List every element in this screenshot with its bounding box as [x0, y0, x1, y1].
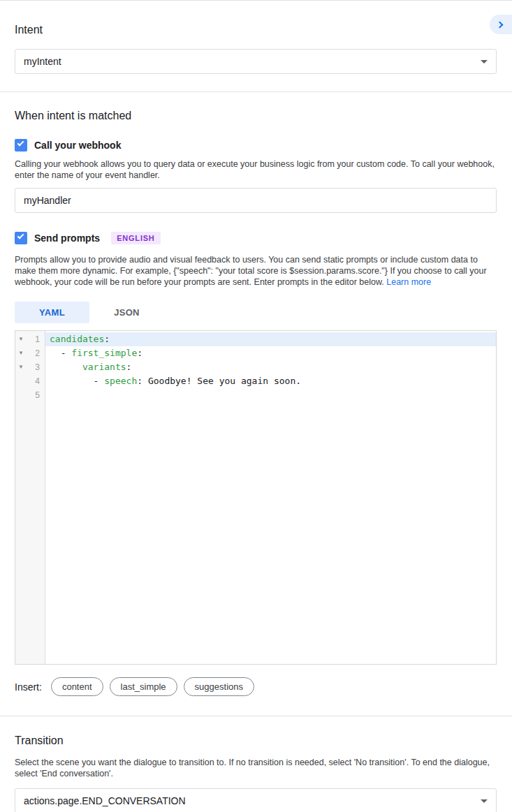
- transition-title: Transition: [15, 716, 497, 747]
- insert-pill-content[interactable]: content: [51, 677, 103, 696]
- yaml-token-key: candidates: [50, 334, 104, 344]
- webhook-checkbox[interactable]: [15, 139, 27, 152]
- tab-json[interactable]: JSON: [89, 302, 164, 323]
- intent-select-value: myIntent: [24, 56, 61, 67]
- transition-description: Select the scene you want the dialogue t…: [15, 757, 497, 779]
- prompts-check-row: Send prompts ENGLISH: [15, 232, 497, 244]
- webhook-label: Call your webhook: [34, 140, 121, 151]
- fold-arrow-icon[interactable]: ▼: [15, 332, 27, 346]
- insert-label: Insert:: [15, 681, 42, 693]
- prompts-label: Send prompts: [34, 232, 100, 244]
- yaml-token-key: variants: [82, 362, 126, 372]
- fold-arrow-icon[interactable]: ▼: [15, 360, 27, 374]
- insert-pills: contentlast_simplesuggestions: [51, 677, 254, 696]
- gutter-line: 5: [15, 388, 45, 402]
- intent-header: Intent: [15, 1, 497, 40]
- yaml-token-plain: : Goodbye! See you again soon.: [137, 376, 301, 386]
- transition-select-value: actions.page.END_CONVERSATION: [24, 795, 186, 806]
- checkmark-icon: [17, 140, 24, 147]
- fold-arrow-icon[interactable]: ▼: [15, 346, 27, 360]
- prompts-checkbox[interactable]: [15, 232, 27, 244]
- insert-pill-suggestions[interactable]: suggestions: [184, 677, 254, 696]
- gutter-line: ▼2: [15, 346, 45, 360]
- editor-tabbar: YAMLJSON: [15, 302, 497, 323]
- line-number: 4: [27, 376, 45, 386]
- webhook-description: Calling your webhook allows you to query…: [15, 158, 497, 181]
- intent-select[interactable]: myIntent: [15, 49, 497, 74]
- editor-gutter: ▼1▼2▼345: [15, 331, 45, 664]
- tab-yaml[interactable]: YAML: [15, 302, 89, 323]
- yaml-token-plain: :: [126, 362, 132, 372]
- matched-section: When intent is matched Call your webhook…: [0, 92, 512, 696]
- yaml-token-key: speech: [104, 376, 137, 386]
- intent-title: Intent: [15, 24, 43, 36]
- insert-row: Insert: contentlast_simplesuggestions: [15, 677, 497, 696]
- code-line-2[interactable]: - first_simple:: [45, 346, 496, 360]
- handler-input[interactable]: myHandler: [15, 188, 497, 213]
- yaml-code-editor[interactable]: ▼1▼2▼345 candidates: - first_simple: var…: [15, 330, 497, 665]
- line-number: 5: [27, 390, 45, 400]
- intent-panel: Intent myIntent: [0, 1, 512, 74]
- collapse-panel-button[interactable]: [490, 15, 512, 34]
- dropdown-arrow-icon: [481, 799, 488, 803]
- yaml-token-plain: -: [50, 376, 104, 386]
- matched-title: When intent is matched: [15, 92, 497, 122]
- code-line-3[interactable]: variants:: [45, 360, 496, 374]
- line-number: 3: [27, 362, 45, 372]
- code-line-4[interactable]: - speech: Goodbye! See you again soon.: [45, 374, 496, 388]
- transition-section: Transition Select the scene you want the…: [0, 716, 512, 812]
- dropdown-arrow-icon: [481, 60, 488, 64]
- gutter-line: ▼1: [15, 332, 45, 346]
- line-number: 2: [27, 348, 45, 358]
- insert-pill-last_simple[interactable]: last_simple: [110, 677, 177, 696]
- yaml-token-plain: :: [137, 348, 142, 358]
- yaml-token-plain: :: [104, 334, 110, 344]
- yaml-token-key: first_simple: [71, 348, 137, 358]
- language-badge: ENGLISH: [111, 232, 161, 244]
- transition-select[interactable]: actions.page.END_CONVERSATION: [15, 788, 497, 812]
- prompts-description: Prompts allow you to provide audio and v…: [15, 254, 497, 288]
- yaml-token-plain: [50, 362, 82, 372]
- code-line-5[interactable]: [45, 388, 496, 402]
- line-number: 1: [27, 334, 45, 344]
- checkmark-icon: [17, 232, 24, 239]
- gutter-line: 4: [15, 374, 45, 388]
- editor-code-area[interactable]: candidates: - first_simple: variants: - …: [45, 331, 496, 664]
- learn-more-link[interactable]: Learn more: [386, 277, 431, 287]
- gutter-line: ▼3: [15, 360, 45, 374]
- yaml-token-plain: -: [50, 348, 71, 358]
- webhook-check-row: Call your webhook: [15, 139, 497, 152]
- handler-input-value: myHandler: [24, 195, 71, 206]
- chevron-right-icon: [497, 21, 504, 28]
- code-line-1[interactable]: candidates:: [45, 332, 496, 346]
